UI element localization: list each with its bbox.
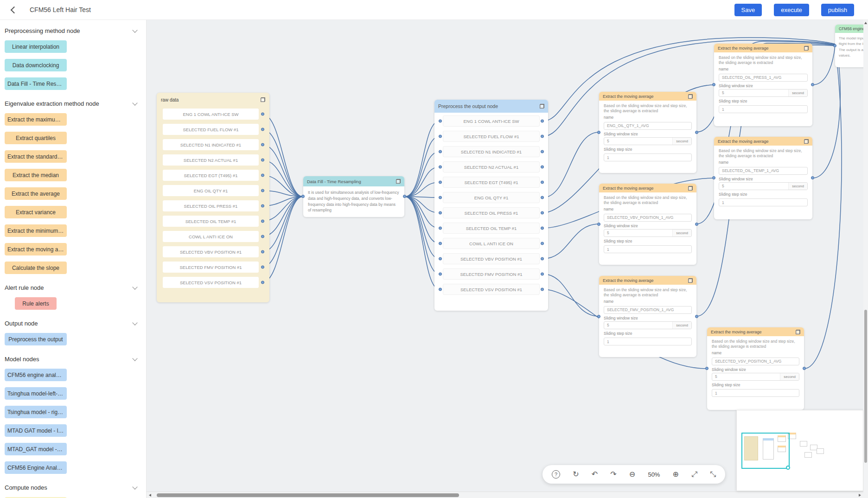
output-port[interactable] xyxy=(541,166,544,169)
output-port[interactable] xyxy=(261,250,264,254)
publish-button[interactable]: publish xyxy=(821,4,854,16)
copy-icon[interactable] xyxy=(688,94,693,99)
model-node[interactable]: CFM56 engine a The model input flight fr… xyxy=(835,25,863,67)
output-port[interactable] xyxy=(541,120,544,123)
output-port[interactable] xyxy=(811,176,814,179)
section-header-preprocessing[interactable]: Preprocessing method node xyxy=(0,20,146,40)
vertical-scrollbar[interactable] xyxy=(863,20,868,498)
vertical-scroll-thumb[interactable] xyxy=(864,310,867,463)
step-size-input[interactable] xyxy=(719,198,808,206)
copy-icon[interactable] xyxy=(261,97,265,102)
step-size-input[interactable] xyxy=(604,245,692,253)
input-port[interactable] xyxy=(712,83,715,86)
input-port[interactable] xyxy=(705,367,708,370)
back-arrow-icon[interactable] xyxy=(11,6,18,13)
palette-node-button[interactable]: Linear interpolation xyxy=(5,40,67,53)
palette-node-button[interactable]: Extract the moving aver... xyxy=(5,243,67,255)
signal-row[interactable]: SELECTED N2 ACTUAL #1 xyxy=(163,154,259,166)
signal-row[interactable]: ENG OIL QTY #1 xyxy=(443,192,540,203)
signal-row[interactable]: SELECTED FUEL FLOW #1 xyxy=(443,131,540,142)
input-port[interactable] xyxy=(439,120,442,123)
fit-view-icon[interactable]: ⤢ xyxy=(691,471,697,478)
palette-node-button[interactable]: Extract the maximum v... xyxy=(5,113,67,126)
output-port[interactable] xyxy=(261,174,264,177)
input-port[interactable] xyxy=(439,227,442,230)
input-port[interactable] xyxy=(439,273,442,276)
name-input[interactable] xyxy=(719,167,808,175)
output-port[interactable] xyxy=(403,195,406,198)
extract-moving-average-node[interactable]: Extract the moving average Based on the … xyxy=(599,276,696,357)
execute-button[interactable]: execute xyxy=(774,4,809,16)
signal-row[interactable]: SELECTED EGT (T495) #1 xyxy=(163,170,259,181)
copy-icon[interactable] xyxy=(396,179,401,184)
signal-row[interactable]: SELECTED FMV POSITION #1 xyxy=(443,268,540,280)
save-button[interactable]: Save xyxy=(734,4,762,16)
palette-node-button[interactable]: Preprocess the output xyxy=(5,333,67,345)
output-port[interactable] xyxy=(541,211,544,215)
extract-moving-average-node[interactable]: Extract the moving average Based on the … xyxy=(599,92,696,173)
step-size-input[interactable] xyxy=(719,105,808,113)
output-port[interactable] xyxy=(541,196,544,199)
section-header-alert[interactable]: Alert rule node xyxy=(0,274,146,297)
output-port[interactable] xyxy=(803,367,806,370)
signal-row[interactable]: SELECTED VSV POSITION #1 xyxy=(163,277,259,288)
window-size-input[interactable] xyxy=(719,89,788,96)
output-port[interactable] xyxy=(261,281,264,284)
output-port[interactable] xyxy=(261,235,264,238)
input-port[interactable] xyxy=(301,195,305,198)
input-port[interactable] xyxy=(439,288,442,291)
signal-row[interactable]: ENG 1 COWL ANTI-ICE SW xyxy=(443,115,540,127)
output-port[interactable] xyxy=(541,227,544,230)
flow-canvas[interactable]: raw data ENG 1 COWL ANTI-ICE SW SELECTED… xyxy=(147,20,863,498)
output-port[interactable] xyxy=(541,150,544,153)
output-port[interactable] xyxy=(261,266,264,269)
name-input[interactable] xyxy=(712,358,799,365)
signal-row[interactable]: SELECTED N1 INDICATED #1 xyxy=(163,139,259,150)
window-size-input[interactable] xyxy=(719,183,788,190)
name-input[interactable] xyxy=(604,214,692,222)
palette-node-button[interactable]: CFM56 Engine Analysi... xyxy=(5,461,67,474)
horizontal-scrollbar[interactable] xyxy=(147,492,863,498)
signal-row[interactable]: SELECTED OIL TEMP #1 xyxy=(443,223,540,234)
palette-node-button[interactable]: Tsinghua model-left-hai... xyxy=(5,387,67,400)
input-port[interactable] xyxy=(439,257,442,261)
horizontal-scroll-thumb[interactable] xyxy=(157,493,459,497)
extract-moving-average-node[interactable]: Extract the moving average Based on the … xyxy=(714,44,812,126)
input-port[interactable] xyxy=(439,166,442,169)
palette-node-button[interactable]: Data downclocking xyxy=(5,59,67,71)
output-port[interactable] xyxy=(695,315,698,318)
refresh-icon[interactable]: ↻ xyxy=(573,471,579,478)
palette-node-button[interactable]: Extract quartiles xyxy=(5,132,67,144)
palette-node-button[interactable]: Extract the average xyxy=(5,187,67,200)
data-fill-node[interactable]: Data Fill - Time Resampling It is used f… xyxy=(303,176,404,217)
zoom-out-icon[interactable]: ⊖ xyxy=(629,471,635,478)
copy-icon[interactable] xyxy=(804,139,809,144)
signal-row[interactable]: SELECTED FMV POSITION #1 xyxy=(163,262,259,273)
section-header-compute[interactable]: Compute nodes xyxy=(0,474,146,497)
section-header-model[interactable]: Model nodes xyxy=(0,345,146,369)
signal-row[interactable]: COWL L ANTI ICE ON xyxy=(443,238,540,249)
output-port[interactable] xyxy=(811,83,814,86)
window-size-input[interactable] xyxy=(604,138,672,145)
window-size-input[interactable] xyxy=(604,230,672,236)
input-port[interactable] xyxy=(597,223,600,226)
input-port[interactable] xyxy=(439,150,442,153)
scroll-up-icon[interactable] xyxy=(864,22,867,24)
copy-icon[interactable] xyxy=(540,104,544,109)
output-port[interactable] xyxy=(261,204,264,208)
copy-icon[interactable] xyxy=(804,46,809,51)
input-port[interactable] xyxy=(712,176,715,179)
redo-icon[interactable]: ↷ xyxy=(610,471,616,478)
section-header-output[interactable]: Output node xyxy=(0,310,146,333)
output-port[interactable] xyxy=(261,159,264,162)
collapse-icon[interactable]: ⤡ xyxy=(710,471,716,478)
extract-moving-average-node[interactable]: Extract the moving average Based on the … xyxy=(707,327,804,410)
input-port[interactable] xyxy=(439,242,442,245)
scroll-right-icon[interactable] xyxy=(859,494,861,497)
palette-node-button[interactable]: Tsinghua model - right ... xyxy=(5,406,67,418)
input-port[interactable] xyxy=(597,315,600,318)
output-port[interactable] xyxy=(541,288,544,291)
output-port[interactable] xyxy=(695,131,698,134)
step-size-input[interactable] xyxy=(712,389,799,397)
output-port[interactable] xyxy=(261,220,264,223)
